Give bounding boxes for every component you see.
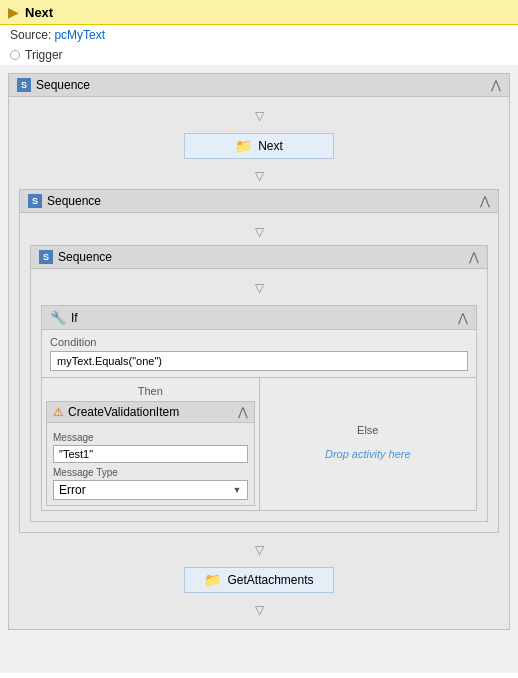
title-text: Next [25,5,53,20]
inner-sequence-collapse[interactable]: ⋀ [469,250,479,264]
get-attachments-icon: 📁 [204,572,221,588]
condition-label: Condition [50,336,468,348]
middle-sequence-body: ▽ S Sequence ⋀ [20,213,498,532]
next-activity-box[interactable]: 📁 Next [184,133,334,159]
get-attachments-label: GetAttachments [227,573,313,587]
else-col: Else Drop activity here [260,378,477,510]
canvas: S Sequence ⋀ ▽ 📁 Next ▽ [0,65,518,673]
arrow-4: ▽ [41,275,477,301]
inner-sequence-icon: S [39,250,53,264]
message-type-select[interactable]: Error ▼ [53,480,248,500]
arrow-1: ▽ [19,103,499,129]
next-activity-icon: 📁 [235,138,252,154]
inner-sequence-body: ▽ 🔧 If ⋀ [31,269,487,521]
trigger-label: Trigger [25,48,63,62]
middle-sequence-label: Sequence [47,194,101,208]
inner-sequence-box: S Sequence ⋀ ▽ [30,245,488,522]
outer-sequence-body: ▽ 📁 Next ▽ S Sequence [9,97,509,629]
middle-sequence-collapse[interactable]: ⋀ [480,194,490,208]
validation-body: Message "Test1" Message Type Error ▼ [47,423,254,505]
warn-icon: ⚠ [53,405,64,419]
drop-zone[interactable]: Drop activity here [317,440,419,468]
arrow-5: ▽ [19,537,499,563]
middle-sequence-box: S Sequence ⋀ ▽ S Seq [19,189,499,533]
arrow-2: ▽ [19,163,499,189]
message-value[interactable]: "Test1" [53,445,248,463]
if-box: 🔧 If ⋀ Condition myText.Equals("one") [41,305,477,511]
title-icon: ▶ [8,4,19,20]
source-link[interactable]: pcMyText [54,28,105,42]
if-header: 🔧 If ⋀ [42,306,476,330]
source-line: Source: pcMyText [0,25,518,45]
select-arrow-icon: ▼ [233,485,242,495]
arrow-3: ▽ [30,219,488,245]
get-attachments-box[interactable]: 📁 GetAttachments [184,567,334,593]
outer-sequence-label: Sequence [36,78,90,92]
outer-sequence-collapse[interactable]: ⋀ [491,78,501,92]
then-label: Then [46,382,255,401]
outer-sequence-header: S Sequence ⋀ [9,74,509,97]
message-label: Message [53,432,248,443]
middle-sequence-icon: S [28,194,42,208]
trigger-radio[interactable] [10,50,20,60]
validation-box: ⚠ CreateValidationItem ⋀ Message [46,401,255,506]
validation-header: ⚠ CreateValidationItem ⋀ [47,402,254,423]
next-activity-item: 📁 Next [19,129,499,163]
inner-sequence-header: S Sequence ⋀ [31,246,487,269]
else-label: Else [317,421,419,440]
outer-sequence-icon: S [17,78,31,92]
source-label: Source: [10,28,51,42]
condition-area: Condition myText.Equals("one") [42,330,476,377]
inner-sequence-label: Sequence [58,250,112,264]
validation-collapse[interactable]: ⋀ [238,405,248,419]
condition-value[interactable]: myText.Equals("one") [50,351,468,371]
message-type-label: Message Type [53,467,248,478]
if-icon: 🔧 [50,310,66,325]
if-label: If [71,311,78,325]
outer-sequence-box: S Sequence ⋀ ▽ 📁 Next ▽ [8,73,510,630]
then-col: Then ⚠ CreateValidationItem [42,378,260,510]
if-collapse[interactable]: ⋀ [458,311,468,325]
message-type-value: Error [59,483,86,497]
get-attachments-item: 📁 GetAttachments [19,563,499,597]
next-activity-label: Next [258,139,283,153]
then-else-row: Then ⚠ CreateValidationItem [42,377,476,510]
middle-sequence-header: S Sequence ⋀ [20,190,498,213]
title-bar: ▶ Next [0,0,518,25]
trigger-line: Trigger [0,45,518,65]
validation-label: CreateValidationItem [68,405,179,419]
arrow-6: ▽ [19,597,499,623]
